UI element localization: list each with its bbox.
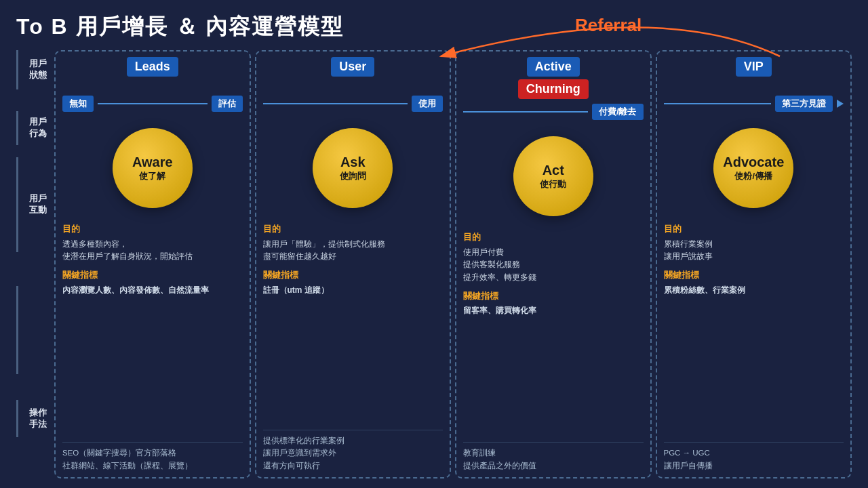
leads-circle-container: Aware 使了解 [62, 121, 243, 216]
leads-content: 目的 透過多種類內容， 使潛在用戶了解自身狀況，開始評估 關鍵指標 內容瀏覽人數… [62, 222, 243, 438]
leads-kpi: 內容瀏覽人數、內容發佈數、自然流量率 [62, 284, 243, 297]
ac-badge-row: Active Churning [463, 57, 644, 99]
ac-circle-container: Act 使行動 [463, 129, 644, 224]
churning-badge: Churning [518, 79, 589, 99]
leads-line [98, 103, 208, 104]
ac-kpi-label: 關鍵指標 [463, 289, 644, 304]
user-badge-row: User [263, 57, 443, 91]
vip-kpi-label: 關鍵指標 [664, 268, 844, 283]
user-circle-zh: 使詢問 [340, 170, 366, 182]
vip-circle-en: Advocate [723, 154, 784, 170]
user-behavior-end: 使用 [412, 96, 443, 112]
vip-behavior: 第三方見證 [664, 92, 844, 115]
row-labels: 用戶狀態 用戶行為 用戶互動 操作手法 [16, 50, 54, 479]
vip-ops: PGC → UGC 讓用戶自傳播 [664, 442, 844, 472]
ac-behavior-end: 付費/離去 [592, 104, 644, 120]
user-circle-en: Ask [340, 154, 366, 170]
ac-kpi: 留客率、購買轉化率 [463, 304, 644, 317]
stage-user: User 使用 Ask 使詢問 目的 讓用戶「體驗」，提供制式化服務 盡可能留住… [255, 50, 452, 479]
active-badge: Active [527, 57, 580, 77]
vip-badge-row: VIP [664, 57, 844, 91]
stage-vip: VIP 第三方見證 Advocate 使粉/傳播 目的 累積行業案例 讓用 [656, 50, 852, 479]
label-content [16, 286, 54, 374]
vip-badge: VIP [736, 57, 772, 77]
page-title: To B 用戶增長 ＆ 內容運營模型 [16, 12, 852, 42]
ac-circle-en: Act [542, 162, 564, 178]
vip-behavior-end: 第三方見證 [775, 96, 833, 112]
user-content: 目的 讓用戶「體驗」，提供制式化服務 盡可能留住越久越好 關鍵指標 註冊（utm… [263, 222, 443, 426]
label-user-behavior: 用戶行為 [16, 111, 54, 145]
vip-purpose-label: 目的 [664, 222, 844, 237]
vip-circle-zh: 使粉/傳播 [734, 170, 772, 182]
ac-circle: Act 使行動 [513, 136, 593, 216]
user-kpi-label: 關鍵指標 [263, 268, 443, 283]
ac-purpose: 使用戶付費 提供客製化服務 提升效率、轉更多錢 [463, 246, 644, 284]
leads-behavior-end: 評估 [212, 96, 243, 112]
vip-purpose: 累積行業案例 讓用戶說故事 [664, 238, 844, 263]
leads-ops: SEO（關鍵字搜尋）官方部落格 社群網站、線下活動（課程、展覽） [62, 442, 243, 472]
vip-kpi: 累積粉絲數、行業案例 [664, 284, 844, 297]
leads-behavior-start: 無知 [62, 96, 94, 112]
user-circle-container: Ask 使詢問 [263, 121, 443, 216]
user-kpi: 註冊（utm 追蹤） [263, 284, 443, 297]
vip-circle-container: Advocate 使粉/傳播 [664, 121, 844, 216]
ac-circle-zh: 使行動 [540, 178, 566, 190]
leads-purpose-label: 目的 [62, 222, 243, 237]
user-badge: User [331, 57, 374, 77]
leads-kpi-label: 關鍵指標 [62, 268, 243, 283]
leads-behavior: 無知 評估 [62, 92, 243, 115]
user-line [263, 103, 408, 104]
page-container: To B 用戶增長 ＆ 內容運營模型 Referral 用戶狀態 用戶行為 用戶… [0, 0, 868, 488]
leads-circle-zh: 使了解 [139, 170, 165, 182]
label-user-interaction: 用戶互動 [16, 157, 54, 252]
stages-container: Leads 無知 評估 Aware 使了解 目的 [54, 50, 852, 479]
timeline-arrow [837, 100, 844, 108]
ac-purpose-label: 目的 [463, 230, 644, 245]
ac-content: 目的 使用戶付費 提供客製化服務 提升效率、轉更多錢 關鍵指標 留客率、購買轉化… [463, 230, 644, 438]
leads-purpose: 透過多種類內容， 使潛在用戶了解自身狀況，開始評估 [62, 238, 243, 263]
vip-content: 目的 累積行業案例 讓用戶說故事 關鍵指標 累積粉絲數、行業案例 [664, 222, 844, 438]
leads-circle: Aware 使了解 [113, 128, 193, 208]
ac-ops: 教育訓練 提供產品之外的價值 [463, 442, 644, 472]
vip-line [664, 103, 772, 104]
stage-leads: Leads 無知 評估 Aware 使了解 目的 [54, 50, 251, 479]
referral-label: Referral [575, 15, 642, 36]
leads-circle-en: Aware [132, 154, 173, 170]
vip-circle: Advocate 使粉/傳播 [713, 128, 793, 208]
user-circle: Ask 使詢問 [313, 128, 393, 208]
ac-line [463, 111, 588, 113]
ac-behavior: 付費/離去 [463, 100, 644, 123]
user-ops: 提供標準化的行業案例 讓用戶意識到需求外 還有方向可執行 [263, 430, 443, 472]
leads-badge: Leads [127, 57, 178, 77]
label-user-status: 用戶狀態 [16, 50, 54, 89]
stage-active-churning: Active Churning 付費/離去 Act 使行動 目的 使用戶付費 提… [455, 50, 652, 479]
user-behavior: 使用 [263, 92, 443, 115]
user-purpose-label: 目的 [263, 222, 443, 237]
main-grid: 用戶狀態 用戶行為 用戶互動 操作手法 Leads 無知 評估 [16, 50, 852, 479]
label-operations: 操作手法 [16, 400, 54, 437]
leads-badge-row: Leads [62, 57, 243, 91]
user-purpose: 讓用戶「體驗」，提供制式化服務 盡可能留住越久越好 [263, 238, 443, 263]
